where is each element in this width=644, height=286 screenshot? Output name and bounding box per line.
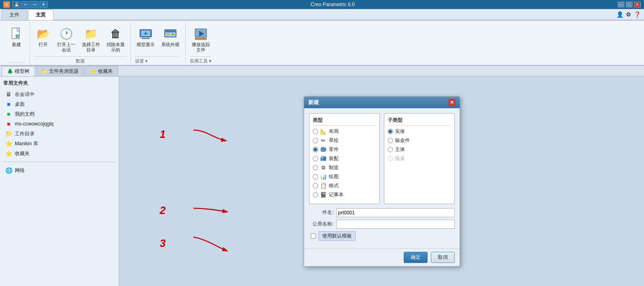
playback-label: 播放追踪文件 <box>192 42 210 53</box>
ribbon-group-settings: 模型显示 系统外观 设置 ▾ <box>131 22 186 65</box>
new-button[interactable]: + 新建 <box>7 25 26 49</box>
subtype-solid-radio[interactable] <box>388 129 393 134</box>
subtype-sheetmetal[interactable]: 钣金件 <box>388 137 451 144</box>
sub-tab-model-tree[interactable]: 🌲 模型树 <box>2 66 35 76</box>
ribbon-group-new: + 新建 <box>3 22 30 65</box>
type-manufacture-radio[interactable] <box>313 165 318 170</box>
sidebar-item-my-docs[interactable]: ■ 我的文档 <box>3 109 116 119</box>
system-view-button[interactable]: 系统外观 <box>160 25 181 49</box>
ok-button[interactable]: 确定 <box>404 252 428 263</box>
minimize-btn[interactable]: — <box>618 2 624 7</box>
clear-label: 拭除未显示的 <box>107 42 125 53</box>
settings-icon[interactable]: ⚙ <box>626 11 631 18</box>
type-notepad-radio[interactable] <box>313 192 318 198</box>
window-title: Creo Parametric 6.0 <box>311 2 355 7</box>
use-template-row: 使用默认模板 <box>309 231 455 241</box>
tab-file[interactable]: 文件 <box>2 9 27 20</box>
sub-tab-favorites[interactable]: ⭐ 收藏夹 <box>85 66 118 76</box>
subtype-solid[interactable]: 实体 <box>388 128 451 135</box>
svg-rect-10 <box>166 33 170 35</box>
subtype-sheetmetal-radio[interactable] <box>388 138 393 143</box>
favorites-label: 收藏夹 <box>98 68 113 75</box>
type-assembly[interactable]: 装配 <box>313 155 376 162</box>
quick-dropdown-btn[interactable]: ▼ <box>40 1 48 8</box>
open-last-button[interactable]: 🕐 打开上一会话 <box>56 25 77 54</box>
sidebar: 常用文件夹 🖥 在会话中 ■ 桌面 ■ 我的文档 ■ ms-ccwowcojqg… <box>0 77 119 286</box>
dialog-form: 件名: 公用名称: 使用默认模板 <box>309 208 455 241</box>
type-part[interactable]: 零件 <box>313 146 376 153</box>
type-sketch[interactable]: ✏ 草绘 <box>313 137 376 144</box>
solid-label: 实体 <box>395 128 405 135</box>
layout-label: 布局 <box>329 128 339 135</box>
svg-text:+: + <box>17 35 19 38</box>
assembly-icon <box>320 155 327 162</box>
model-display-button[interactable]: 模型显示 <box>135 25 156 49</box>
type-format-radio[interactable] <box>313 183 318 188</box>
ribbon-group-tools-label: 实用工具 ▾ <box>190 56 212 65</box>
common-name-row: 公用名称: <box>309 220 455 229</box>
type-manufacture[interactable]: ⚙ 制造 <box>313 164 376 171</box>
type-drawing-radio[interactable] <box>313 174 318 179</box>
type-assembly-radio[interactable] <box>313 156 318 161</box>
clear-display-button[interactable]: 🗑 拭除未显示的 <box>105 25 126 54</box>
type-layout[interactable]: 📐 布局 <box>313 128 376 135</box>
dialog-close-btn[interactable]: ✕ <box>448 99 456 106</box>
playback-button[interactable]: 播放追踪文件 <box>190 25 212 54</box>
sidebar-item-ms-folder[interactable]: ■ ms-ccwowcojqglq <box>3 119 116 129</box>
common-name-label: 公用名称: <box>309 221 334 228</box>
ms-folder-label: ms-ccwowcojqglq <box>15 121 53 127</box>
sidebar-item-favorites[interactable]: ⭐ 收藏夹 <box>3 149 116 158</box>
type-part-radio[interactable] <box>313 147 318 152</box>
title-bar-left: C 💾 ↩ ↪ ▼ <box>3 1 48 8</box>
quick-redo-btn[interactable]: ↪ <box>30 1 39 8</box>
ribbon-group-tools: 播放追踪文件 实用工具 ▾ <box>186 22 216 65</box>
session-icon: 🖥 <box>5 91 12 98</box>
subtype-body-radio[interactable] <box>388 147 393 152</box>
desktop-icon: ■ <box>5 100 12 108</box>
filename-input[interactable] <box>336 208 455 217</box>
tab-home[interactable]: 主页 <box>28 9 53 20</box>
type-drawing[interactable]: 📊 绘图 <box>313 173 376 180</box>
type-notepad[interactable]: 📓 记事本 <box>313 191 376 198</box>
part-icon <box>320 146 327 153</box>
quick-undo-btn[interactable]: ↩ <box>21 1 30 8</box>
close-btn[interactable]: ✕ <box>634 2 641 7</box>
format-label: 格式 <box>329 182 339 189</box>
manufacture-icon: ⚙ <box>320 164 327 171</box>
type-format[interactable]: 📋 格式 <box>313 182 376 189</box>
type-sketch-radio[interactable] <box>313 138 318 143</box>
sub-tab-bar: 🌲 模型树 📁 文件夹浏览器 ⭐ 收藏夹 <box>0 66 644 77</box>
notepad-icon: 📓 <box>320 191 327 198</box>
sidebar-item-session[interactable]: 🖥 在会话中 <box>3 89 116 99</box>
sidebar-item-desktop[interactable]: ■ 桌面 <box>3 99 116 109</box>
open-button[interactable]: 📂 打开 <box>34 25 52 49</box>
sidebar-item-manikin[interactable]: ⭐ Manikin 库 <box>3 139 116 149</box>
quick-save-btn[interactable]: 💾 <box>12 1 21 8</box>
subtype-body[interactable]: 主体 <box>388 146 451 153</box>
type-layout-radio[interactable] <box>313 129 318 134</box>
help-icon[interactable]: ❓ <box>634 11 641 18</box>
maximize-btn[interactable]: □ <box>626 2 632 7</box>
main-layout: 常用文件夹 🖥 在会话中 ■ 桌面 ■ 我的文档 ■ ms-ccwowcojqg… <box>0 77 644 286</box>
file-browser-icon: 📁 <box>41 68 47 74</box>
subtype-harness[interactable]: 线束 <box>388 155 451 162</box>
ribbon-group-settings-label: 设置 ▾ <box>135 56 181 65</box>
common-name-input[interactable] <box>336 220 455 229</box>
menu-tab-bar: 文件 主页 👤 ⚙ ❓ <box>0 9 644 21</box>
quick-access-toolbar: 💾 ↩ ↪ ▼ <box>12 1 48 8</box>
sidebar-item-work-dir[interactable]: 📁 工作目录 <box>3 129 116 139</box>
cancel-button[interactable]: 取消 <box>431 252 455 263</box>
ribbon-group-new-content: + 新建 <box>7 22 26 63</box>
sub-tab-file-browser[interactable]: 📁 文件夹浏览器 <box>36 66 84 76</box>
use-template-checkbox[interactable] <box>311 233 316 239</box>
model-display-icon <box>138 26 153 41</box>
select-dir-button[interactable]: 📁 选择工作目录 <box>80 25 102 54</box>
part-label: 零件 <box>329 146 339 153</box>
drawing-icon: 📊 <box>320 173 327 180</box>
dialog-footer: 确定 取消 <box>304 248 460 266</box>
subtype-harness-radio[interactable] <box>388 156 393 161</box>
user-icon: 👤 <box>616 11 623 18</box>
layout-icon: 📐 <box>320 128 327 135</box>
subtype-section-title: 子类型 <box>388 117 451 126</box>
sidebar-item-network[interactable]: 🌐 网络 <box>3 165 116 175</box>
